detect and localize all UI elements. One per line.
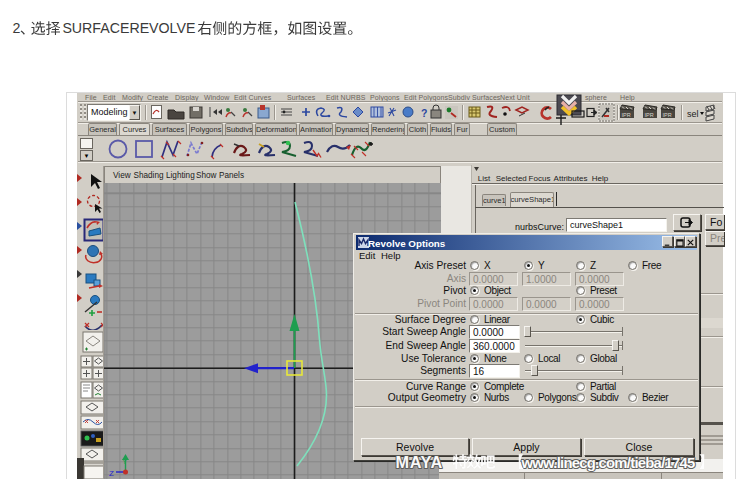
svg-text:www.linecg.com/tieba/1745: www.linecg.com/tieba/1745 bbox=[521, 455, 696, 471]
svg-text:MAYA: MAYA bbox=[396, 453, 443, 471]
